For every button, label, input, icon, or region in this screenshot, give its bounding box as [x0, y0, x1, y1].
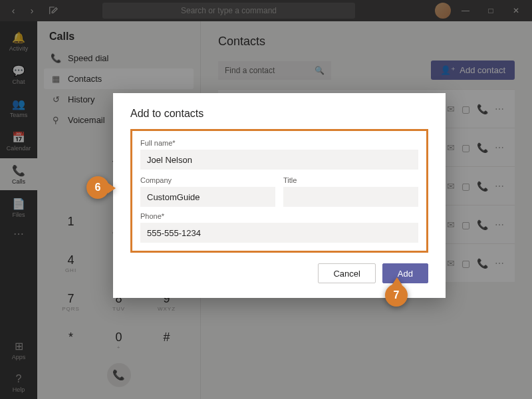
title-label: Title — [283, 176, 418, 184]
callout-6: 6 — [86, 176, 109, 199]
company-label: Company — [140, 176, 275, 184]
phone-field[interactable] — [140, 223, 418, 243]
form-highlight-box: Full name* Company Title Phone* — [130, 129, 428, 253]
phone-label: Phone* — [140, 212, 418, 220]
fullname-field[interactable] — [140, 150, 418, 170]
dialog-title: Add to contacts — [130, 108, 428, 120]
cancel-button[interactable]: Cancel — [318, 263, 375, 283]
add-contact-dialog: Add to contacts Full name* Company Title… — [113, 93, 446, 298]
add-button[interactable]: Add — [382, 263, 428, 283]
company-field[interactable] — [140, 187, 275, 207]
title-field[interactable] — [283, 187, 418, 207]
callout-7: 7 — [385, 284, 408, 307]
fullname-label: Full name* — [140, 139, 418, 147]
